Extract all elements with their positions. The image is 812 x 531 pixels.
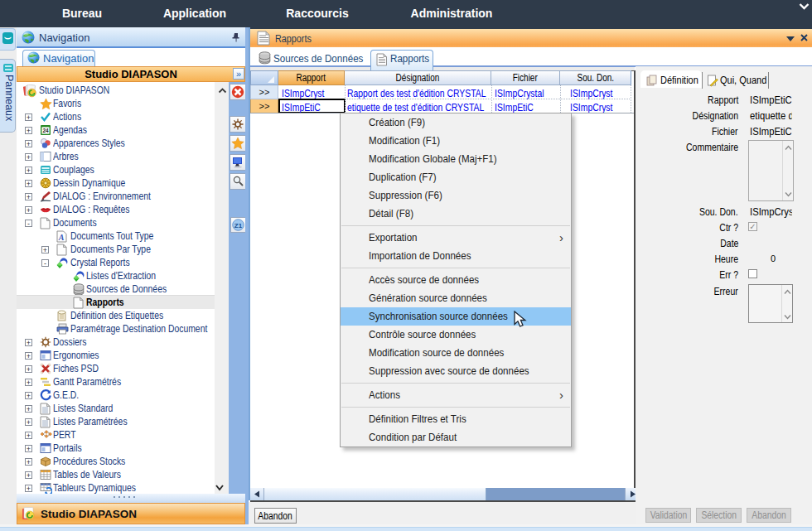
svg-text:24: 24 — [42, 128, 49, 133]
svg-text:Z1: Z1 — [234, 222, 243, 229]
svg-text:A: A — [58, 233, 65, 242]
